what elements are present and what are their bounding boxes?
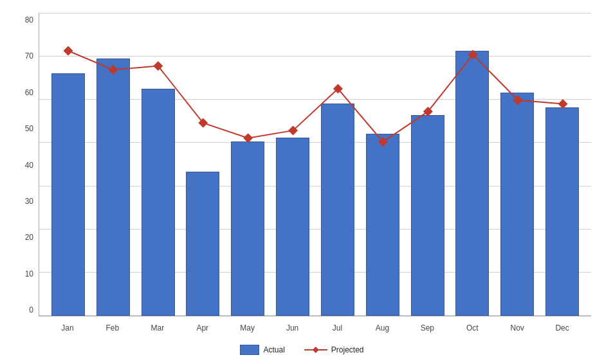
bar <box>411 115 444 316</box>
bar-group <box>495 13 540 316</box>
bar <box>545 107 579 316</box>
bar <box>186 172 219 316</box>
x-axis-label: Jan <box>45 316 90 340</box>
bar-group <box>405 13 450 316</box>
bar-group <box>270 13 315 316</box>
y-axis-label: 30 <box>25 197 33 205</box>
legend-projected-label: Projected <box>331 345 364 354</box>
bar-group <box>180 13 225 316</box>
bar <box>366 134 399 316</box>
x-axis-label: Feb <box>90 316 135 340</box>
y-axis-label: 70 <box>25 52 33 60</box>
bar-group <box>450 13 495 316</box>
bars-row <box>39 13 591 316</box>
bar-group <box>46 13 91 316</box>
bar-group <box>91 13 136 316</box>
y-axis-label: 10 <box>25 270 33 278</box>
legend-projected-dot <box>313 347 319 353</box>
legend-projected-line-container <box>304 349 327 350</box>
bar-group <box>225 13 270 316</box>
bar-group <box>315 13 360 316</box>
x-axis-label: Oct <box>450 316 495 340</box>
x-axis: JanFebMarAprMayJunJulAugSepOctNovDec <box>39 316 591 340</box>
bar <box>500 93 534 316</box>
bar <box>321 104 354 316</box>
x-axis-label: Jul <box>315 316 360 340</box>
x-axis-label: Sep <box>405 316 450 340</box>
bar <box>455 51 489 316</box>
y-axis-label: 80 <box>25 16 33 24</box>
legend-actual-bar <box>240 345 259 355</box>
legend-item-projected: Projected <box>304 345 364 354</box>
bar-group <box>360 13 405 316</box>
bar <box>96 59 130 316</box>
legend-actual-label: Actual <box>263 345 284 354</box>
bar <box>231 141 264 316</box>
chart-area: 80706050403020100 JanFebMarAprMayJunJulA… <box>13 13 591 340</box>
y-axis-label: 20 <box>25 233 33 241</box>
legend-item-actual: Actual <box>240 345 284 355</box>
y-axis: 80706050403020100 <box>13 13 39 340</box>
x-axis-label: Aug <box>360 316 405 340</box>
bar-group <box>136 13 181 316</box>
bar-group <box>540 13 585 316</box>
bar <box>51 73 85 316</box>
x-axis-label: Nov <box>495 316 540 340</box>
y-axis-label: 60 <box>25 89 33 96</box>
grid-and-bars <box>39 13 591 316</box>
chart-main: JanFebMarAprMayJunJulAugSepOctNovDec <box>39 13 591 340</box>
y-axis-label: 0 <box>29 306 33 314</box>
x-axis-label: Mar <box>135 316 180 340</box>
bar <box>142 89 175 316</box>
bar <box>276 138 309 316</box>
x-axis-label: Jun <box>270 316 315 340</box>
x-axis-label: Apr <box>180 316 225 340</box>
legend: Actual Projected <box>13 340 591 358</box>
x-axis-label: Dec <box>540 316 585 340</box>
chart-container: 80706050403020100 JanFebMarAprMayJunJulA… <box>0 0 604 364</box>
y-axis-label: 50 <box>25 125 33 132</box>
x-axis-label: May <box>225 316 270 340</box>
y-axis-label: 40 <box>25 161 33 169</box>
